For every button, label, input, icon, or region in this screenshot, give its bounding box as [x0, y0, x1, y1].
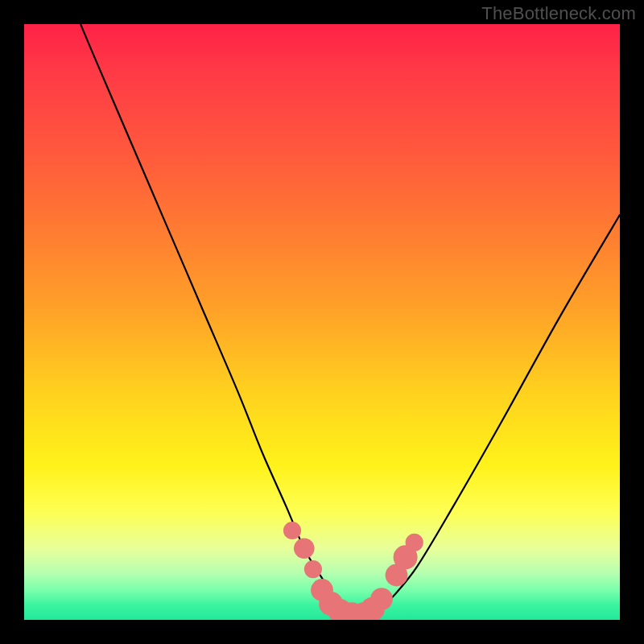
chart-frame: TheBottleneck.com: [0, 0, 644, 644]
chart-svg: [24, 24, 620, 620]
watermark-text: TheBottleneck.com: [481, 3, 636, 24]
plot-area: [24, 24, 620, 620]
marker-dot: [294, 538, 315, 559]
marker-dot: [283, 522, 301, 539]
highlight-markers: [283, 522, 423, 620]
marker-dot: [304, 560, 322, 578]
marker-dot: [406, 534, 423, 551]
marker-dot: [370, 588, 393, 610]
bottleneck-curve: [24, 24, 620, 615]
